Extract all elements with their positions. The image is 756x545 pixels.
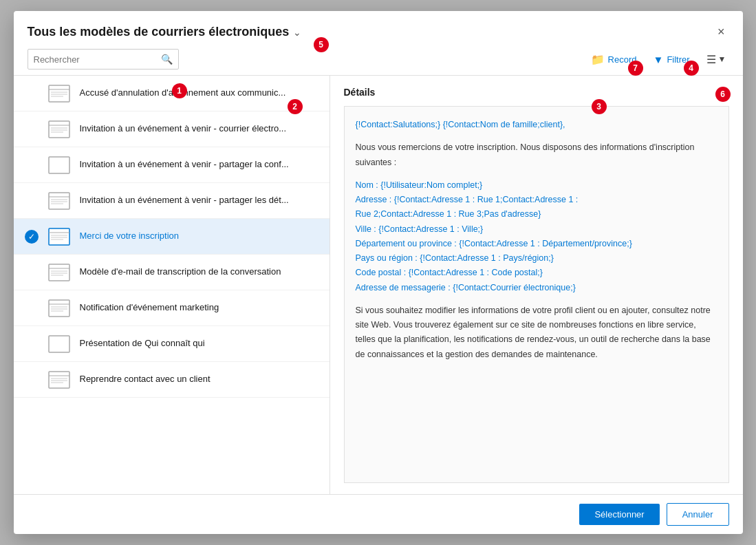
annotation-6: 6 — [715, 87, 731, 102]
item-icon-4 — [47, 191, 72, 211]
detail-address-block: Nom : {!Utilisateur:Nom complet;} Adress… — [356, 178, 717, 295]
record-icon: 📁 — [591, 53, 605, 66]
detail-cp: Code postal : {!Contact:Adresse 1 : Code… — [356, 266, 717, 280]
list-item[interactable]: Invitation à un événement à venir - part… — [14, 147, 330, 183]
item-label-2: Invitation à un événement à venir - cour… — [80, 122, 318, 135]
item-label-1: Accusé d'annulation d'abonnement aux com… — [80, 87, 318, 99]
svg-rect-16 — [49, 228, 69, 245]
svg-rect-5 — [49, 121, 69, 138]
item-label-9: Reprendre contact avec un client — [80, 373, 318, 385]
title-area: Tous les modèles de courriers électroniq… — [28, 25, 302, 39]
svg-rect-32 — [49, 372, 69, 388]
close-button[interactable]: × — [713, 23, 729, 41]
sort-button[interactable]: ☰ ▼ — [704, 52, 729, 67]
list-item[interactable]: Invitation à un événement à venir - part… — [14, 183, 330, 219]
annotation-3: 3 — [592, 99, 607, 114]
list-item[interactable]: Accusé d'annulation d'abonnement aux com… — [14, 76, 330, 111]
svg-rect-21 — [49, 264, 69, 281]
item-icon-6 — [47, 262, 72, 283]
annotation-7: 7 — [628, 61, 643, 76]
detail-nom: Nom : {!Utilisateur:Nom complet;} — [356, 178, 717, 193]
annotation-5: 5 — [314, 37, 329, 52]
list-item[interactable]: Reprendre contact avec un client — [14, 362, 330, 398]
item-label-7: Notification d'événement marketing — [80, 301, 318, 314]
annotation-4: 4 — [684, 61, 699, 76]
svg-rect-0 — [49, 85, 69, 102]
search-icon: 🔍 — [161, 54, 173, 65]
sort-icon: ☰ — [706, 53, 716, 66]
item-icon-5 — [47, 226, 72, 247]
detail-panel: Détails {!Contact:Salutations;} {!Contac… — [330, 76, 743, 494]
list-panel: Accusé d'annulation d'abonnement aux com… — [14, 76, 330, 494]
item-label-3: Invitation à un événement à venir - part… — [80, 158, 318, 171]
list-item[interactable]: Présentation de Qui connaît qui — [14, 326, 330, 362]
main-dialog: 1 2 3 4 5 6 7 Tous les modèles de courri… — [14, 11, 743, 534]
search-box[interactable]: 🔍 — [28, 49, 179, 70]
item-label-6: Modèle d'e-mail de transcription de la c… — [80, 266, 318, 278]
detail-adresse2: Rue 2;Contact:Adresse 1 : Rue 3;Pas d'ad… — [356, 207, 717, 222]
filter-icon: ▼ — [654, 54, 664, 65]
svg-rect-10 — [49, 157, 69, 173]
content-area: Accusé d'annulation d'abonnement aux com… — [14, 75, 743, 494]
list-item[interactable]: Notification d'événement marketing — [14, 290, 330, 326]
item-icon-3 — [47, 155, 72, 175]
svg-rect-26 — [49, 300, 69, 317]
detail-email: Adresse de messagerie : {!Contact:Courri… — [356, 281, 717, 295]
detail-line-intro: Nous vous remercions de votre inscriptio… — [356, 140, 717, 170]
search-input[interactable] — [34, 54, 157, 65]
toolbar-actions: 📁 Record ▼ Filtrer ☰ ▼ — [588, 52, 729, 67]
detail-dept: Département ou province : {!Contact:Adre… — [356, 237, 717, 251]
list-item-selected[interactable]: ✓ Merci de votre inscription — [14, 219, 330, 255]
detail-adresse: Adresse : {!Contact:Adresse 1 : Rue 1;Co… — [356, 193, 717, 207]
item-label-8: Présentation de Qui connaît qui — [80, 337, 318, 350]
detail-line-salutation: {!Contact:Salutations;} {!Contact:Nom de… — [356, 118, 717, 132]
dialog-footer: Sélectionner Annuler — [14, 494, 743, 534]
detail-closing: Si vous souhaitez modifier les informati… — [356, 303, 717, 362]
item-icon-8 — [47, 334, 72, 354]
annotation-2: 2 — [288, 99, 303, 114]
item-icon-7 — [47, 298, 72, 319]
detail-ville: Ville : {!Contact:Adresse 1 : Ville;} — [356, 222, 717, 237]
annotation-1: 1 — [172, 83, 187, 98]
selected-check-icon: ✓ — [25, 230, 39, 244]
select-button[interactable]: Sélectionner — [579, 504, 659, 525]
sort-chevron-icon: ▼ — [718, 54, 726, 64]
title-chevron-icon[interactable]: ⌄ — [293, 27, 301, 38]
item-check-5: ✓ — [25, 230, 39, 244]
item-label-4: Invitation à un événement à venir - part… — [80, 194, 318, 206]
detail-content: {!Contact:Salutations;} {!Contact:Nom de… — [344, 106, 729, 483]
dialog-title: Tous les modèles de courriers électroniq… — [28, 25, 290, 39]
dialog-header: Tous les modèles de courriers électroniq… — [14, 11, 743, 45]
list-item[interactable]: Invitation à un événement à venir - cour… — [14, 111, 330, 147]
cancel-button[interactable]: Annuler — [667, 503, 729, 526]
svg-rect-11 — [49, 193, 69, 209]
list-item[interactable]: Modèle d'e-mail de transcription de la c… — [14, 255, 330, 290]
detail-pays: Pays ou région : {!Contact:Adresse 1 : P… — [356, 251, 717, 266]
item-icon-1 — [47, 83, 72, 104]
item-label-5: Merci de votre inscription — [80, 230, 318, 242]
item-icon-9 — [47, 370, 72, 390]
item-icon-2 — [47, 119, 72, 140]
detail-title: Détails — [344, 87, 729, 98]
svg-rect-31 — [49, 336, 69, 352]
